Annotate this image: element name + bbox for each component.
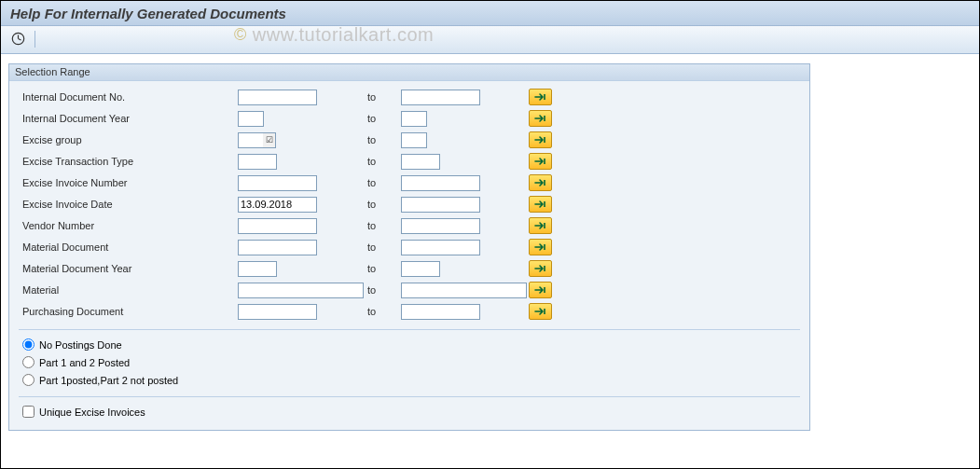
multiple-selection-button[interactable] <box>529 217 552 234</box>
material-to-input[interactable] <box>401 283 527 298</box>
radio-label: No Postings Done <box>39 339 122 351</box>
arrow-right-icon <box>534 92 547 102</box>
arrow-right-icon <box>534 178 547 187</box>
material-from-input[interactable] <box>238 283 364 298</box>
multiple-selection-button[interactable] <box>529 196 552 213</box>
execute-button[interactable] <box>8 30 27 48</box>
multiple-selection-button[interactable] <box>529 239 552 255</box>
multiple-selection-button[interactable] <box>529 153 552 170</box>
to-label: to <box>364 263 401 274</box>
to-label: to <box>364 134 401 145</box>
vendor-no-row: Vendor Numberto <box>19 215 800 236</box>
internal-doc-year-label: Internal Document Year <box>19 113 238 124</box>
excise-txn-type-label: Excise Transaction Type <box>19 156 238 167</box>
application-toolbar <box>1 26 979 54</box>
selection-range-group: Selection Range Internal Document No.toI… <box>8 63 810 431</box>
multiple-selection-button[interactable] <box>529 89 552 105</box>
page-title: Help For Internally Generated Documents <box>10 6 970 21</box>
to-label: to <box>364 306 401 317</box>
unique-excise-row[interactable]: Unique Excise Invoices <box>19 403 800 421</box>
excise-inv-no-from-input[interactable] <box>238 175 317 191</box>
multiple-selection-button[interactable] <box>529 303 552 320</box>
title-bar: Help For Internally Generated Documents <box>1 1 979 26</box>
material-doc-year-label: Material Document Year <box>19 263 238 274</box>
multiple-selection-button[interactable] <box>529 110 552 127</box>
to-label: to <box>364 113 401 124</box>
arrow-right-icon <box>534 285 547 295</box>
excise-txn-type-row: Excise Transaction Typeto <box>19 151 800 172</box>
multiple-selection-button[interactable] <box>529 260 552 277</box>
to-label: to <box>364 199 401 210</box>
checkbox-label: Unique Excise Invoices <box>39 407 145 418</box>
to-label: to <box>364 241 401 253</box>
radio-part-1-and-2-posted[interactable]: Part 1 and 2 Posted <box>19 353 800 371</box>
material-doc-year-from-input[interactable] <box>238 261 277 277</box>
radio-part-1-posted-part-2-not[interactable]: Part 1posted,Part 2 not posted <box>19 371 800 389</box>
svg-line-2 <box>18 39 21 41</box>
internal-doc-year-from-input[interactable] <box>238 111 264 127</box>
excise-txn-type-to-input[interactable] <box>401 154 440 170</box>
material-doc-year-row: Material Document Yearto <box>19 258 800 279</box>
internal-doc-no-to-input[interactable] <box>401 90 480 105</box>
material-doc-row: Material Documentto <box>19 237 800 257</box>
radio-part1-input[interactable] <box>22 374 35 386</box>
to-label: to <box>364 220 401 231</box>
arrow-right-icon <box>534 242 547 252</box>
material-doc-to-input[interactable] <box>401 240 480 255</box>
to-label: to <box>364 91 401 103</box>
clock-icon <box>11 32 25 46</box>
internal-doc-year-to-input[interactable] <box>401 111 427 127</box>
excise-inv-no-row: Excise Invoice Numberto <box>19 172 800 193</box>
arrow-right-icon <box>534 135 547 145</box>
group-separator <box>19 396 800 397</box>
group-separator <box>19 329 800 330</box>
group-title: Selection Range <box>9 64 809 81</box>
arrow-right-icon <box>534 264 547 273</box>
multiple-selection-button[interactable] <box>529 174 552 191</box>
excise-inv-date-to-input[interactable] <box>401 197 480 213</box>
material-row: Materialto <box>19 280 800 300</box>
radio-both-input[interactable] <box>22 356 35 368</box>
radio-no-postings-input[interactable] <box>22 338 35 351</box>
purchasing-doc-from-input[interactable] <box>238 304 317 320</box>
excise-group-row: Excise group☑to <box>19 130 800 150</box>
excise-txn-type-from-input[interactable] <box>238 154 277 170</box>
radio-no-postings[interactable]: No Postings Done <box>19 336 800 353</box>
toolbar-divider <box>35 31 35 48</box>
multiple-selection-button[interactable] <box>529 131 552 148</box>
f4-help-button[interactable]: ☑ <box>263 132 276 148</box>
excise-inv-date-row: Excise Invoice Dateto <box>19 194 800 214</box>
excise-inv-no-to-input[interactable] <box>401 175 480 191</box>
to-label: to <box>364 177 401 188</box>
radio-label: Part 1 and 2 Posted <box>39 357 130 368</box>
internal-doc-year-row: Internal Document Yearto <box>19 108 800 129</box>
radio-label: Part 1posted,Part 2 not posted <box>39 375 178 386</box>
material-doc-year-to-input[interactable] <box>401 261 440 277</box>
to-label: to <box>364 156 401 167</box>
purchasing-doc-label: Purchasing Document <box>19 306 238 317</box>
unique-excise-checkbox[interactable] <box>22 406 35 418</box>
excise-inv-date-label: Excise Invoice Date <box>19 199 238 210</box>
internal-doc-no-from-input[interactable] <box>238 90 317 105</box>
vendor-no-label: Vendor Number <box>19 220 238 231</box>
vendor-no-to-input[interactable] <box>401 218 480 234</box>
excise-group-from-input[interactable] <box>238 132 264 148</box>
to-label: to <box>364 284 401 296</box>
purchasing-doc-to-input[interactable] <box>401 304 480 320</box>
material-doc-from-input[interactable] <box>238 240 317 255</box>
excise-group-to-input[interactable] <box>401 132 427 148</box>
arrow-right-icon <box>534 307 547 316</box>
purchasing-doc-row: Purchasing Documentto <box>19 301 800 322</box>
arrow-right-icon <box>534 200 547 209</box>
excise-group-label: Excise group <box>19 134 238 145</box>
excise-inv-date-from-input[interactable] <box>238 197 317 213</box>
arrow-right-icon <box>534 157 547 166</box>
material-doc-label: Material Document <box>19 241 238 253</box>
excise-inv-no-label: Excise Invoice Number <box>19 177 238 188</box>
material-label: Material <box>19 284 238 296</box>
internal-doc-no-row: Internal Document No.to <box>19 87 800 107</box>
arrow-right-icon <box>534 221 547 230</box>
vendor-no-from-input[interactable] <box>238 218 317 234</box>
multiple-selection-button[interactable] <box>529 282 552 298</box>
group-body: Internal Document No.toInternal Document… <box>9 81 809 430</box>
